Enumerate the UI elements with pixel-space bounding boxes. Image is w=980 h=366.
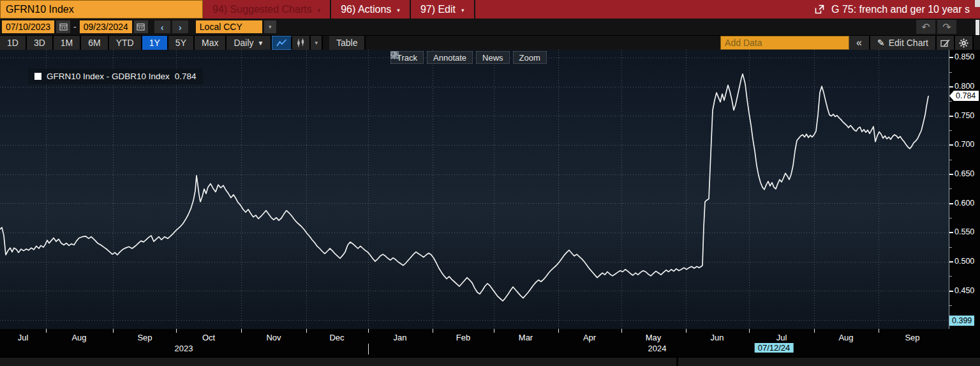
period-label: Daily bbox=[234, 38, 253, 48]
menu-edit-label: 97) Edit bbox=[420, 4, 456, 15]
annotate-button[interactable]: Annotate bbox=[427, 51, 473, 64]
chart-tools: Track Annotate News bbox=[390, 51, 547, 64]
window-title: G 75: french and ger 10 year s bbox=[814, 4, 980, 15]
x-axis-tick bbox=[176, 329, 177, 333]
y-axis-major-tick bbox=[949, 203, 953, 204]
x-axis-month-label: Aug bbox=[838, 333, 853, 342]
range-1d-button[interactable]: 1D bbox=[0, 36, 27, 50]
x-axis-month-label: Nov bbox=[266, 333, 281, 342]
title-menu-bar: GFRN10 Index 94) Suggested Charts ▾ 96) … bbox=[0, 0, 980, 19]
y-axis-label: 0.850 bbox=[954, 52, 974, 61]
last-price-badge: 0.784 bbox=[949, 91, 979, 101]
line-chart-type-button[interactable] bbox=[272, 36, 292, 50]
status-strip-divider bbox=[676, 358, 678, 366]
chevron-down-icon: ▾ bbox=[318, 6, 321, 13]
redo-button[interactable]: ↷ bbox=[937, 20, 956, 34]
chevron-down-icon: ▼ bbox=[258, 40, 264, 47]
candlestick-chart-type-button[interactable] bbox=[292, 36, 311, 50]
x-axis-tick bbox=[621, 329, 622, 333]
range-1m-button[interactable]: 1M bbox=[54, 36, 81, 50]
pencil-icon: ✎ bbox=[877, 38, 885, 48]
chart-settings-note-button[interactable] bbox=[937, 36, 955, 50]
y-axis-label: 0.450 bbox=[954, 286, 974, 295]
range-max-button[interactable]: Max bbox=[195, 36, 226, 50]
period-select[interactable]: Daily ▼ bbox=[226, 36, 272, 50]
annotate-label: Annotate bbox=[433, 53, 466, 63]
collapse-panel-button[interactable]: « bbox=[849, 36, 870, 50]
calendar-button[interactable] bbox=[134, 20, 148, 33]
y-axis-minor-tick bbox=[949, 101, 952, 102]
table-button[interactable]: Table bbox=[329, 36, 366, 50]
x-axis-month-label: Oct bbox=[202, 333, 215, 342]
track-label: Track bbox=[397, 53, 417, 63]
y-axis-label: 0.550 bbox=[954, 227, 974, 236]
x-axis-month-label: Sep bbox=[137, 333, 152, 342]
x-axis-month-label: Dec bbox=[329, 333, 344, 342]
candlestick-icon bbox=[296, 38, 306, 48]
menu-edit[interactable]: 97) Edit ▾ bbox=[411, 0, 475, 19]
x-axis-year-label: 2024 bbox=[648, 344, 667, 353]
undo-button[interactable]: ↶ bbox=[916, 20, 935, 34]
magnifier-icon bbox=[390, 51, 399, 59]
x-axis-month-label: Aug bbox=[71, 333, 86, 342]
tracked-date-badge: 07/12/24 bbox=[755, 343, 794, 353]
x-axis-tick bbox=[46, 329, 47, 333]
chart-type-dropdown-button[interactable]: ▾ bbox=[311, 36, 323, 50]
chart-legend[interactable]: GFRN10 Index - GDBR10 Index 0.784 bbox=[28, 68, 203, 84]
y-axis[interactable]: 0.8500.8000.7500.7000.6500.6000.5500.500… bbox=[949, 50, 980, 329]
y-axis-minor-tick bbox=[949, 72, 952, 73]
menu-actions-label: 96) Actions bbox=[341, 4, 391, 15]
y-axis-major-tick bbox=[949, 232, 953, 233]
x-axis-tick bbox=[749, 329, 750, 333]
chart-plot-area[interactable]: GFRN10 Index - GDBR10 Index 0.784 Track … bbox=[0, 50, 949, 329]
edit-chart-label: Edit Chart bbox=[889, 38, 928, 48]
y-axis-minor-tick bbox=[949, 305, 952, 306]
x-axis-month-label: Jun bbox=[711, 333, 724, 342]
export-icon[interactable] bbox=[814, 4, 825, 15]
gear-icon bbox=[959, 38, 969, 48]
series-swatch bbox=[34, 73, 41, 80]
x-axis-month-label: Apr bbox=[583, 333, 596, 342]
currency-select[interactable]: Local CCY bbox=[196, 20, 262, 33]
forward-period-button[interactable]: › bbox=[172, 20, 188, 33]
x-axis-tick bbox=[113, 329, 114, 333]
range-3d-button[interactable]: 3D bbox=[27, 36, 54, 50]
y-axis-label: 0.800 bbox=[954, 82, 974, 91]
range-5y-button[interactable]: 5Y bbox=[168, 36, 195, 50]
x-axis-month-label: Jan bbox=[394, 333, 407, 342]
add-data-input[interactable] bbox=[720, 36, 849, 50]
y-axis-major-tick bbox=[949, 174, 953, 175]
currency-dropdown-button[interactable]: ▾ bbox=[264, 20, 276, 33]
end-date-input[interactable]: 09/23/2024 bbox=[80, 20, 132, 33]
x-axis-month-label: Mar bbox=[519, 333, 533, 342]
x-axis-tick bbox=[879, 329, 879, 333]
security-input[interactable]: GFRN10 Index bbox=[0, 0, 203, 19]
zoom-label: Zoom bbox=[519, 53, 540, 63]
y-axis-minor-tick bbox=[949, 218, 952, 218]
news-button[interactable]: News bbox=[476, 51, 510, 64]
y-axis-minor-tick bbox=[949, 188, 952, 189]
range-ytd-button[interactable]: YTD bbox=[109, 36, 142, 50]
settings-button[interactable] bbox=[955, 36, 974, 50]
y-axis-label: 0.650 bbox=[954, 169, 974, 178]
chart-toolbar: 1D 3D 1M 6M YTD 1Y 5Y Max Daily ▼ ▾ bbox=[0, 35, 980, 50]
menubar: 94) Suggested Charts ▾ 96) Actions ▾ 97)… bbox=[203, 0, 980, 19]
note-edit-icon bbox=[940, 39, 950, 47]
x-axis-tick bbox=[814, 329, 815, 333]
y-axis-minor-tick bbox=[949, 276, 952, 277]
x-axis[interactable]: JulAugSepOctNovDecJanFebMarAprMayJunJulA… bbox=[0, 329, 980, 356]
menu-actions[interactable]: 96) Actions ▾ bbox=[331, 0, 411, 19]
x-axis-tick bbox=[558, 329, 559, 333]
calendar-icon bbox=[59, 23, 68, 31]
scrollbar-top-nub[interactable] bbox=[975, 0, 980, 7]
edit-chart-button[interactable]: ✎ Edit Chart bbox=[870, 36, 937, 50]
back-period-button[interactable]: ‹ bbox=[154, 20, 170, 33]
range-1y-button[interactable]: 1Y bbox=[142, 36, 168, 50]
x-axis-tick bbox=[494, 329, 494, 333]
calendar-button[interactable] bbox=[56, 20, 70, 33]
range-6m-button[interactable]: 6M bbox=[81, 36, 108, 50]
zoom-button[interactable]: Zoom bbox=[513, 51, 547, 64]
menu-suggested-charts[interactable]: 94) Suggested Charts ▾ bbox=[203, 0, 331, 19]
x-axis-month-label: May bbox=[646, 333, 662, 342]
start-date-input[interactable]: 07/10/2023 bbox=[2, 20, 54, 33]
